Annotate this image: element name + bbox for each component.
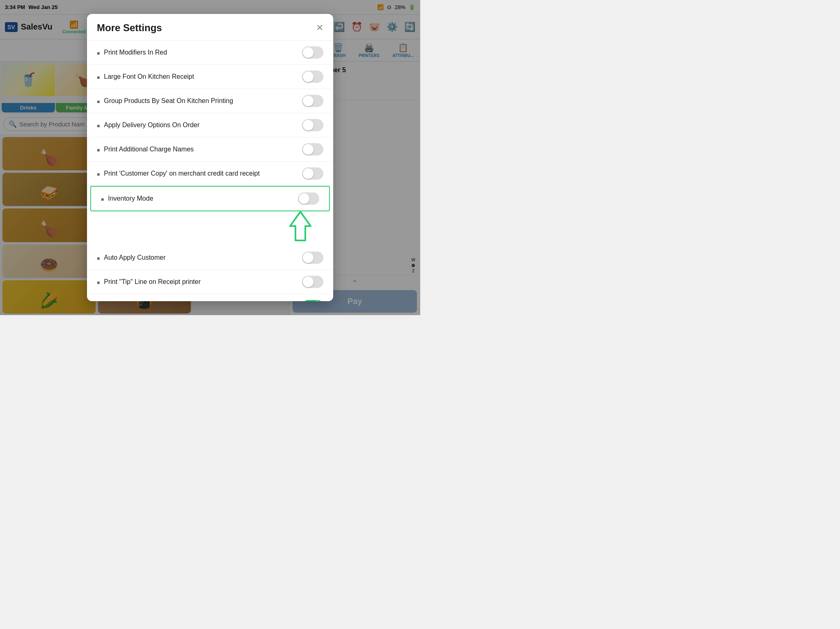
setting-inventory-mode: ■ Inventory Mode — [90, 186, 330, 211]
setting-group-products: ■ Group Products By Seat On Kitchen Prin… — [87, 89, 333, 113]
toggle-print-signature[interactable] — [302, 300, 323, 301]
modal-overlay[interactable]: More Settings ✕ ■ Print Modifiers In Red… — [0, 0, 420, 315]
setting-print-tip: ■ Print "Tip" Line on Receipt printer — [87, 270, 333, 294]
toggle-auto-apply[interactable] — [302, 252, 323, 264]
settings-modal: More Settings ✕ ■ Print Modifiers In Red… — [87, 14, 333, 301]
toggle-print-charge-names[interactable] — [302, 143, 323, 156]
setting-customer-copy-label: ■ Print 'Customer Copy' on merchant cred… — [97, 170, 302, 177]
svg-marker-0 — [290, 212, 311, 240]
modal-close-button[interactable]: ✕ — [316, 23, 323, 33]
toggle-large-font[interactable] — [302, 71, 323, 83]
setting-print-modifiers: ■ Print Modifiers In Red — [87, 41, 333, 65]
toggle-delivery-options[interactable] — [302, 119, 323, 131]
setting-inventory-mode-label: ■ Inventory Mode — [101, 195, 298, 202]
setting-print-tip-label: ■ Print "Tip" Line on Receipt printer — [97, 278, 302, 286]
modal-content: ■ Print Modifiers In Red ■ Large Font On… — [87, 41, 333, 301]
setting-delivery-options: ■ Apply Delivery Options On Order — [87, 113, 333, 137]
toggle-print-tip[interactable] — [302, 276, 323, 288]
modal-title: More Settings — [97, 22, 162, 34]
setting-group-products-label: ■ Group Products By Seat On Kitchen Prin… — [97, 97, 302, 105]
setting-large-font: ■ Large Font On Kitchen Receipt — [87, 65, 333, 89]
toggle-group-products[interactable] — [302, 95, 323, 107]
toggle-customer-copy[interactable] — [302, 167, 323, 180]
setting-print-charge-names: ■ Print Additional Charge Names — [87, 137, 333, 162]
arrow-annotation — [284, 210, 317, 242]
setting-delivery-options-label: ■ Apply Delivery Options On Order — [97, 121, 302, 129]
setting-large-font-label: ■ Large Font On Kitchen Receipt — [97, 73, 302, 80]
toggle-inventory-mode[interactable] — [298, 192, 319, 205]
setting-print-modifiers-label: ■ Print Modifiers In Red — [97, 49, 302, 56]
setting-print-signature: ■ Print "Signature" Line on Receipt Prin… — [87, 294, 333, 301]
setting-auto-apply: ■ Auto Apply Customer — [87, 246, 333, 270]
setting-print-charge-names-label: ■ Print Additional Charge Names — [97, 146, 302, 153]
setting-auto-apply-label: ■ Auto Apply Customer — [97, 254, 302, 261]
setting-customer-copy: ■ Print 'Customer Copy' on merchant cred… — [87, 162, 333, 186]
modal-header: More Settings ✕ — [87, 14, 333, 41]
toggle-print-modifiers[interactable] — [302, 46, 323, 59]
